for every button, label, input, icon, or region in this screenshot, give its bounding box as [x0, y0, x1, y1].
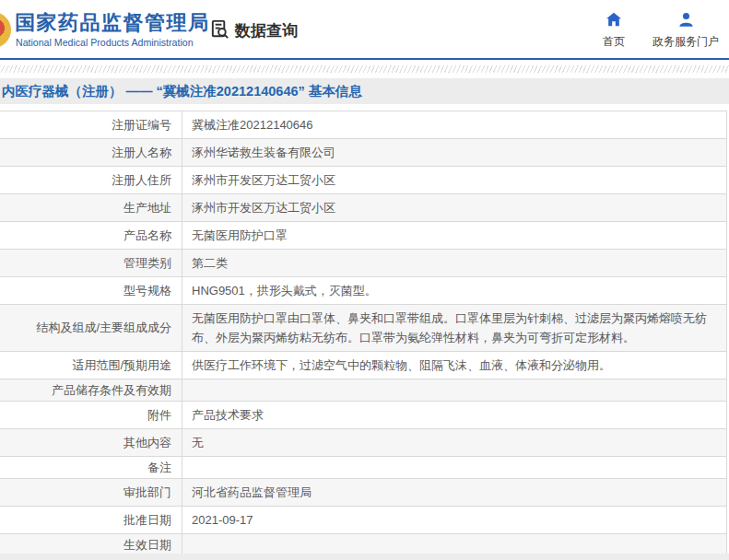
row-label: 注册证编号	[0, 111, 182, 138]
table-row: 型号规格HNG9501，拱形头戴式，灭菌型。	[0, 277, 726, 305]
row-value: 涿州市开发区万达工贸小区	[182, 167, 726, 193]
row-label: 生产地址	[0, 194, 182, 221]
registration-table: 注册证编号冀械注准20212140646注册人名称涿州华诺救生装备有限公司注册人…	[0, 111, 727, 560]
row-label-text: 生效日期	[123, 537, 171, 554]
row-label: 备注	[0, 457, 182, 478]
row-value: 产品技术要求	[182, 402, 726, 428]
top-navigation: 首页 政务服务门户	[603, 12, 719, 50]
data-query-section[interactable]: 数据查询	[209, 18, 298, 43]
row-value	[182, 534, 726, 555]
nav-home[interactable]: 首页	[603, 12, 625, 50]
row-label-text: 备注	[147, 460, 171, 476]
table-row: 适用范围/预期用途供医疗工作环境下，过滤空气中的颗粒物、阻隔飞沫、血液、体液和分…	[0, 352, 726, 379]
table-row: 生产地址涿州市开发区万达工贸小区	[0, 194, 726, 222]
row-value: 无菌医用防护口罩	[182, 222, 726, 249]
row-value: 无菌医用防护口罩由口罩体、鼻夹和口罩带组成。口罩体里层为针刺棉、过滤层为聚丙烯熔…	[182, 305, 726, 351]
row-label: 产品名称	[0, 222, 182, 249]
row-label: 型号规格	[0, 277, 182, 304]
nav-gov-portal[interactable]: 政务服务门户	[653, 12, 719, 50]
row-value: 2021-09-17	[182, 507, 726, 533]
row-label-text: 产品储存条件及有效期	[52, 382, 171, 399]
row-value: 涿州市开发区万达工贸小区	[182, 194, 726, 221]
row-label-text: 审批部门	[123, 484, 171, 501]
row-value-text: 2021-09-17	[192, 510, 253, 530]
table-row: 管理类别第二类	[0, 250, 726, 277]
row-label: 生效日期	[0, 534, 182, 555]
footer-band	[0, 554, 729, 560]
table-row: 产品储存条件及有效期	[0, 379, 726, 402]
table-row: 审批部门河北省药品监督管理局	[0, 479, 726, 507]
row-value-text: 产品技术要求	[192, 405, 264, 425]
table-row: 注册人住所涿州市开发区万达工贸小区	[0, 167, 726, 194]
org-name-en: National Medical Products Administration	[16, 37, 194, 48]
breadcrumb-text: 内医疗器械（注册） —— “冀械注准20212140646” 基本信息	[0, 83, 362, 100]
home-icon	[606, 12, 622, 30]
row-value-text: 无菌医用防护口罩由口罩体、鼻夹和口罩带组成。口罩体里层为针刺棉、过滤层为聚丙烯熔…	[192, 309, 717, 347]
row-value: 第二类	[182, 250, 726, 276]
row-value: 供医疗工作环境下，过滤空气中的颗粒物、阻隔飞沫、血液、体液和分泌物用。	[182, 352, 726, 379]
table-row: 产品名称无菌医用防护口罩	[0, 222, 726, 250]
row-value	[182, 379, 726, 401]
hatch-stripe-band	[0, 65, 729, 73]
header-divider-line	[0, 58, 729, 60]
row-value-text: HNG9501，拱形头戴式，灭菌型。	[192, 281, 377, 300]
row-label: 适用范围/预期用途	[0, 352, 182, 379]
row-value: 河北省药品监督管理局	[182, 479, 726, 506]
row-value: HNG9501，拱形头戴式，灭菌型。	[182, 277, 726, 304]
table-row: 附件产品技术要求	[0, 402, 726, 429]
row-value: 无	[182, 429, 726, 456]
row-label-text: 型号规格	[123, 283, 171, 299]
row-label: 审批部门	[0, 479, 182, 506]
row-label-text: 产品名称	[123, 228, 171, 244]
row-value-text: 第二类	[192, 253, 228, 273]
row-label: 管理类别	[0, 250, 182, 276]
breadcrumb: 内医疗器械（注册） —— “冀械注准20212140646” 基本信息	[0, 78, 729, 104]
row-label: 产品储存条件及有效期	[0, 379, 182, 401]
row-label-text: 注册人名称	[112, 145, 171, 161]
row-label-text: 生产地址	[123, 200, 171, 216]
row-label: 结构及组成/主要组成成分	[0, 305, 182, 351]
user-icon	[678, 12, 694, 30]
table-row: 批准日期2021-09-17	[0, 507, 726, 534]
row-value-text: 冀械注准20212140646	[192, 115, 313, 134]
row-label-text: 结构及组成/主要组成成分	[36, 320, 171, 336]
row-value-text: 涿州华诺救生装备有限公司	[192, 143, 335, 162]
document-search-icon	[209, 18, 230, 43]
row-label-text: 管理类别	[123, 255, 171, 272]
row-label: 其他内容	[0, 429, 182, 456]
row-label-text: 其他内容	[123, 435, 171, 451]
row-value-text: 涿州市开发区万达工贸小区	[192, 170, 335, 190]
nav-gov-portal-label: 政务服务门户	[653, 34, 719, 50]
row-label: 注册人名称	[0, 139, 182, 166]
org-name-cn: 国家药品监督管理局	[15, 9, 210, 37]
row-value-text: 涿州市开发区万达工贸小区	[192, 198, 335, 217]
row-value-text: 供医疗工作环境下，过滤空气中的颗粒物、阻隔飞沫、血液、体液和分泌物用。	[192, 356, 611, 375]
row-label: 注册人住所	[0, 167, 182, 193]
national-emblem-logo	[0, 12, 11, 48]
row-label: 批准日期	[0, 507, 182, 533]
row-label-text: 附件	[147, 407, 171, 424]
row-label-text: 注册证编号	[112, 117, 171, 134]
row-label: 附件	[0, 402, 182, 428]
table-row: 注册证编号冀械注准20212140646	[0, 111, 726, 139]
row-value-text: 无	[192, 433, 204, 452]
table-row: 备注	[0, 457, 726, 479]
row-value: 涿州华诺救生装备有限公司	[182, 139, 726, 166]
section-title-label: 数据查询	[235, 20, 298, 41]
row-value-text: 无菌医用防护口罩	[192, 226, 288, 245]
row-label-text: 适用范围/预期用途	[72, 357, 171, 374]
page: 国家药品监督管理局 National Medical Products Admi…	[0, 0, 729, 560]
row-value: 冀械注准20212140646	[182, 111, 726, 138]
table-row: 注册人名称涿州华诺救生装备有限公司	[0, 139, 726, 167]
row-value	[182, 457, 726, 478]
row-label-text: 注册人住所	[112, 172, 171, 189]
nav-home-label: 首页	[603, 34, 625, 50]
row-value-text: 河北省药品监督管理局	[192, 483, 312, 502]
table-row: 结构及组成/主要组成成分无菌医用防护口罩由口罩体、鼻夹和口罩带组成。口罩体里层为…	[0, 305, 726, 352]
row-label-text: 批准日期	[123, 512, 171, 529]
table-row: 其他内容无	[0, 429, 726, 457]
